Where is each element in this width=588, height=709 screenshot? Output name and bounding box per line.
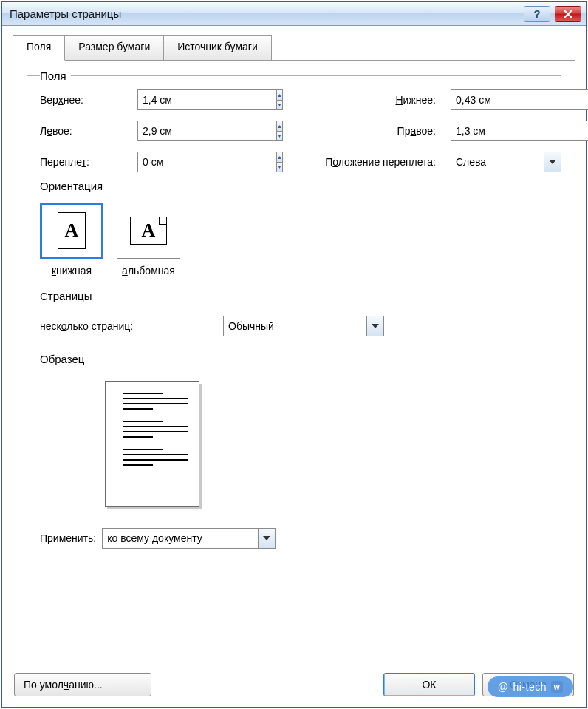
page-setup-dialog: Параметры страницы ? Поля Размер бумаги … xyxy=(1,1,587,708)
ok-button[interactable]: ОК xyxy=(383,673,475,696)
orientation-portrait-label: книжная xyxy=(52,265,92,277)
apply-to-combo[interactable]: ко всему документу xyxy=(102,528,276,549)
close-button[interactable] xyxy=(555,6,581,22)
top-margin-label: Верхнее: xyxy=(40,94,129,106)
gutter-position-combo[interactable]: Слева xyxy=(451,152,561,172)
gutter-spinner[interactable]: ▲▼ xyxy=(137,152,248,172)
gutter-position-label: Положение переплета: xyxy=(257,156,442,168)
top-margin-spinner[interactable]: ▲▼ xyxy=(137,89,248,110)
orientation-landscape-button[interactable]: A xyxy=(117,203,180,259)
close-icon xyxy=(563,9,573,19)
top-margin-input[interactable] xyxy=(137,89,276,110)
gutter-position-value: Слева xyxy=(451,152,544,172)
tab-strip: Поля Размер бумаги Источник бумаги xyxy=(13,35,575,60)
orientation-group-label: Ориентация xyxy=(40,180,107,192)
bottom-margin-label: Нижнее: xyxy=(257,94,442,106)
bottom-margin-input[interactable] xyxy=(451,89,588,110)
right-margin-spinner[interactable]: ▲▼ xyxy=(451,121,561,141)
preview-group-label: Образец xyxy=(40,353,89,365)
margins-group-label: Поля xyxy=(40,69,71,82)
help-button[interactable]: ? xyxy=(524,6,550,22)
tab-paper-source[interactable]: Источник бумаги xyxy=(163,35,272,61)
preview-page-icon xyxy=(105,381,199,507)
orientation-landscape-label: альбомная xyxy=(122,265,175,277)
left-margin-spinner[interactable]: ▲▼ xyxy=(137,121,248,141)
chevron-down-icon[interactable] xyxy=(544,152,561,172)
multiple-pages-label: несколько страниц: xyxy=(40,320,210,332)
window-title: Параметры страницы xyxy=(7,7,524,20)
gutter-input[interactable] xyxy=(137,152,276,172)
multiple-pages-combo[interactable]: Обычный xyxy=(223,316,384,336)
tab-margins[interactable]: Поля xyxy=(13,35,65,61)
right-margin-input[interactable] xyxy=(451,121,588,141)
chevron-down-icon[interactable] xyxy=(258,528,276,549)
apply-to-value: ко всему документу xyxy=(102,528,258,549)
bottom-margin-spinner[interactable]: ▲▼ xyxy=(451,89,561,110)
tab-panel-margins: Поля Верхнее: ▲▼ Нижнее: ▲▼ Левое: xyxy=(13,60,575,662)
pages-group: Страницы несколько страниц: Обычный xyxy=(27,290,561,345)
multiple-pages-value: Обычный xyxy=(223,316,366,336)
pages-group-label: Страницы xyxy=(40,290,96,302)
defaults-button[interactable]: По умолчанию... xyxy=(14,673,151,696)
left-margin-input[interactable] xyxy=(137,121,276,141)
margins-group: Поля Верхнее: ▲▼ Нижнее: ▲▼ Левое: xyxy=(27,69,561,172)
portrait-page-icon: A xyxy=(58,212,86,249)
preview-group: Образец xyxy=(27,353,561,641)
watermark-badge: @hi-techw xyxy=(488,676,573,697)
tab-paper-size[interactable]: Размер бумаги xyxy=(64,35,164,61)
chevron-down-icon[interactable] xyxy=(366,316,384,336)
apply-to-label: Применить: xyxy=(40,532,96,544)
titlebar: Параметры страницы ? xyxy=(2,2,586,26)
left-margin-label: Левое: xyxy=(40,125,129,137)
right-margin-label: Правое: xyxy=(257,125,442,137)
landscape-page-icon: A xyxy=(130,217,167,245)
gutter-label: Переплет: xyxy=(40,156,129,168)
orientation-group: Ориентация A книжная A xyxy=(27,180,561,282)
orientation-portrait-button[interactable]: A xyxy=(40,203,103,259)
